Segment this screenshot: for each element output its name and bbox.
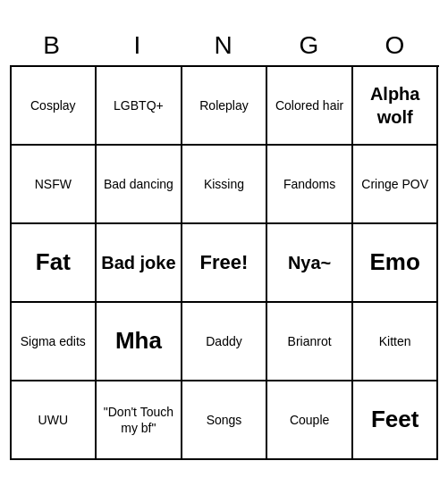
bingo-card: BINGO CosplayLGBTQ+RoleplayColored hairA… bbox=[10, 26, 439, 460]
header-letter: N bbox=[182, 26, 267, 65]
bingo-cell: Free! bbox=[182, 224, 268, 303]
header-letter: O bbox=[353, 26, 439, 65]
bingo-cell: Fat bbox=[12, 224, 97, 303]
header-letter: I bbox=[96, 26, 182, 65]
bingo-cell: LGBTQ+ bbox=[97, 67, 182, 146]
header-letter: B bbox=[10, 26, 96, 65]
bingo-cell: Couple bbox=[267, 381, 353, 460]
bingo-cell: Bad joke bbox=[97, 224, 182, 303]
bingo-header: BINGO bbox=[10, 26, 439, 65]
bingo-cell: Kitten bbox=[353, 303, 439, 381]
bingo-cell: Alpha wolf bbox=[353, 67, 439, 146]
bingo-cell: Cringe POV bbox=[353, 146, 439, 224]
bingo-grid: CosplayLGBTQ+RoleplayColored hairAlpha w… bbox=[10, 65, 439, 460]
bingo-cell: UWU bbox=[12, 381, 97, 460]
bingo-cell: "Don't Touch my bf" bbox=[97, 381, 182, 460]
bingo-cell: Songs bbox=[182, 381, 268, 460]
bingo-cell: Bad dancing bbox=[97, 146, 182, 224]
bingo-cell: Brianrot bbox=[267, 303, 353, 381]
bingo-cell: Cosplay bbox=[12, 67, 97, 146]
bingo-cell: Sigma edits bbox=[12, 303, 97, 381]
bingo-cell: Daddy bbox=[182, 303, 268, 381]
bingo-cell: Fandoms bbox=[267, 146, 353, 224]
bingo-cell: Mha bbox=[97, 303, 182, 381]
header-letter: G bbox=[267, 26, 353, 65]
bingo-cell: Colored hair bbox=[267, 67, 353, 146]
bingo-cell: Emo bbox=[353, 224, 439, 303]
bingo-cell: Feet bbox=[353, 381, 439, 460]
bingo-cell: NSFW bbox=[12, 146, 97, 224]
bingo-cell: Roleplay bbox=[182, 67, 268, 146]
bingo-cell: Nya~ bbox=[267, 224, 353, 303]
bingo-cell: Kissing bbox=[182, 146, 268, 224]
